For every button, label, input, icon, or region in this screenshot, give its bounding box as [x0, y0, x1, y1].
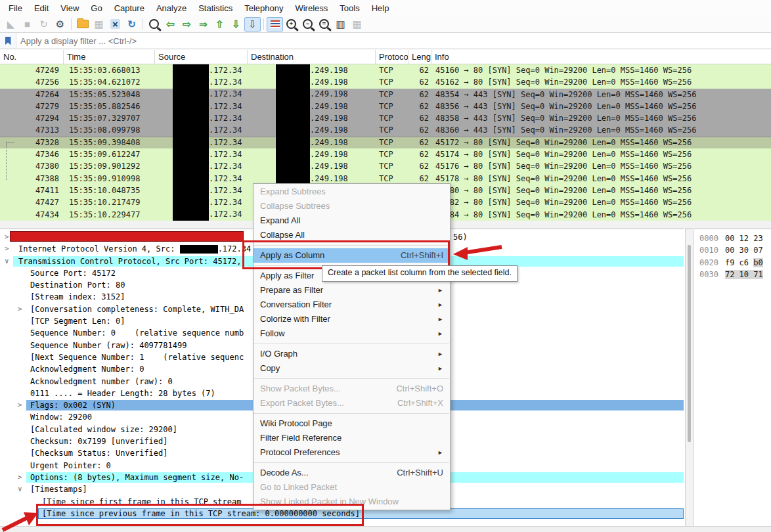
menu-file[interactable]: File: [3, 1, 28, 15]
expand-arrow-icon[interactable]: >: [5, 231, 9, 243]
ip-redaction: [180, 245, 218, 254]
detail-scrollbar[interactable]: [685, 229, 693, 526]
menu-item-protocol-preferences[interactable]: Protocol Preferences►: [253, 445, 450, 460]
start-capture-button[interactable]: ◣: [3, 17, 19, 32]
detail-scrollbar-thumb[interactable]: [688, 245, 691, 442]
go-to-packet-button[interactable]: ⇒: [195, 17, 211, 32]
go-to-bottom-button[interactable]: ⇩: [228, 17, 244, 32]
collapse-arrow-icon[interactable]: ∨: [5, 255, 9, 267]
expand-arrow-icon[interactable]: >: [18, 303, 22, 315]
menu-item-i-o-graph[interactable]: I/O Graph►: [253, 347, 450, 361]
menu-item-copy[interactable]: Copy►: [253, 361, 450, 376]
colorize-packets-button[interactable]: [267, 17, 283, 32]
stop-capture-icon: ■: [24, 18, 30, 30]
menu-edit[interactable]: Edit: [28, 1, 55, 15]
packet-row-47346[interactable]: 4734615:35:09.612247.172.34.249.198TCP62…: [0, 148, 771, 160]
collapse-arrow-icon[interactable]: ∨: [18, 483, 22, 495]
go-forward-button[interactable]: ⇨: [179, 17, 195, 32]
menu-item-follow[interactable]: Follow►: [253, 326, 450, 341]
menu-item-colorize-with-filter[interactable]: Colorize with Filter►: [253, 312, 450, 326]
context-menu: Expand SubtreesCollapse SubtreesExpand A…: [253, 183, 451, 510]
menu-item-conversation-filter[interactable]: Conversation Filter►: [253, 298, 450, 312]
expand-arrow-icon[interactable]: >: [18, 399, 22, 411]
reload-capture-file-button[interactable]: ↻: [123, 17, 140, 32]
column-header-no[interactable]: No.: [0, 50, 64, 64]
column-header-info[interactable]: Info: [431, 50, 771, 64]
find-packet-button[interactable]: [146, 17, 162, 32]
packet-bytes-pane: 000000 12 23001000 30 070020f9 c6 b00030…: [694, 229, 771, 526]
menu-help[interactable]: Help: [366, 1, 395, 15]
restart-capture-button[interactable]: ↻: [35, 17, 52, 32]
menu-telephony[interactable]: Telephony: [238, 1, 289, 15]
wireshark-window: FileEditViewGoCaptureAnalyzeStatisticsTe…: [0, 0, 771, 532]
source-redaction: [173, 185, 209, 196]
menu-item-filter-field-reference[interactable]: Filter Field Reference: [253, 431, 450, 445]
resize-columns-button[interactable]: ▥: [332, 17, 349, 32]
capture-options-button[interactable]: ⚙: [52, 17, 68, 32]
filter-bookmark-button[interactable]: [0, 33, 16, 49]
menu-item-decode-as[interactable]: Decode As...Ctrl+Shift+U: [253, 466, 450, 480]
reload-capture-file-icon: ↻: [127, 18, 136, 30]
column-header-source[interactable]: Source: [155, 50, 248, 64]
packet-row-47279[interactable]: 4727915:35:05.882546.172.34.249.198TCP62…: [0, 100, 771, 112]
zoom-reset-button[interactable]: =: [316, 17, 332, 32]
expand-arrow-icon[interactable]: >: [5, 243, 9, 255]
packet-row-47264[interactable]: 4726415:35:05.523048.172.34.249.198TCP62…: [0, 89, 771, 100]
menu-tools[interactable]: Tools: [334, 1, 365, 15]
menu-view[interactable]: View: [55, 1, 85, 15]
save-capture-file-icon: ▦: [94, 18, 103, 30]
zoom-in-button[interactable]: +: [283, 17, 299, 32]
hex-row-0000[interactable]: 000000 12 23: [694, 233, 771, 244]
menu-statistics[interactable]: Statistics: [192, 1, 238, 15]
submenu-arrow-icon: ►: [437, 298, 443, 312]
menu-go[interactable]: Go: [85, 1, 108, 15]
packet-row-47294[interactable]: 4729415:35:07.329707.172.34.249.198TCP62…: [0, 112, 771, 124]
zoom-out-icon: −: [303, 19, 313, 29]
hex-row-0020[interactable]: 0020f9 c6 b0: [694, 257, 771, 269]
menu-capture[interactable]: Capture: [108, 1, 150, 15]
close-capture-file-button[interactable]: ×: [107, 17, 123, 32]
hex-row-0030[interactable]: 003072 10 71: [694, 269, 771, 280]
menu-wireless[interactable]: Wireless: [289, 1, 334, 15]
menu-item-show-packet-bytes: Show Packet Bytes...Ctrl+Shift+O: [253, 382, 450, 396]
zoom-in-icon: +: [286, 19, 296, 29]
source-redaction: [173, 125, 209, 137]
go-back-button[interactable]: ⇦: [162, 17, 179, 32]
submenu-arrow-icon: ►: [437, 283, 443, 298]
auto-scroll-icon: ⇩: [248, 18, 257, 30]
menu-analyze[interactable]: Analyze: [150, 1, 192, 15]
column-header-length[interactable]: Length: [408, 50, 431, 64]
menu-item-export-packet-bytes: Export Packet Bytes...Ctrl+Shift+X: [253, 396, 450, 410]
fit-columns-icon: ▦: [352, 18, 361, 30]
go-to-top-button[interactable]: ⇧: [211, 17, 228, 32]
open-capture-file-button[interactable]: [74, 17, 91, 32]
menu-item-prepare-as-filter[interactable]: Prepare as Filter►: [253, 283, 450, 298]
expand-arrow-icon[interactable]: >: [18, 472, 22, 483]
start-capture-icon: ◣: [7, 18, 15, 30]
packet-row-47256[interactable]: 4725615:35:04.621072.172.34.249.198TCP62…: [0, 76, 771, 88]
auto-scroll-button[interactable]: ⇩: [244, 17, 261, 32]
fit-columns-button[interactable]: ▦: [349, 17, 365, 32]
stop-capture-button[interactable]: ■: [19, 17, 35, 32]
destination-redaction: [276, 125, 310, 137]
hex-row-0010[interactable]: 001000 30 07: [694, 244, 771, 256]
zoom-reset-icon: =: [319, 19, 329, 29]
menu-item-go-to-linked-packet: Go to Linked Packet: [253, 480, 450, 495]
menu-item-wiki-protocol-page[interactable]: Wiki Protocol Page: [253, 416, 450, 431]
save-capture-file-button[interactable]: ▦: [91, 17, 107, 32]
packet-row-47249[interactable]: 4724915:35:03.668013.172.34.249.198TCP62…: [0, 64, 771, 76]
menu-item-collapse-subtrees: Collapse Subtrees: [253, 199, 450, 213]
column-header-protocol[interactable]: Protocol: [376, 50, 408, 64]
packet-row-47328[interactable]: 4732815:35:09.398408.172.34.249.198TCP62…: [0, 137, 771, 148]
column-header-time[interactable]: Time: [64, 50, 155, 64]
menu-item-expand-all[interactable]: Expand All: [253, 213, 450, 228]
menu-separator: [254, 462, 449, 463]
packet-row-47380[interactable]: 4738015:35:09.901292.172.34.249.198TCP62…: [0, 160, 771, 172]
column-header-destination[interactable]: Destination: [248, 50, 376, 64]
capture-options-icon: ⚙: [56, 18, 64, 30]
display-filter-input[interactable]: [16, 35, 771, 47]
toolbar-separator: [143, 18, 143, 30]
zoom-out-button[interactable]: −: [299, 17, 316, 32]
submenu-arrow-icon: ►: [437, 312, 443, 326]
packet-row-47313[interactable]: 4731315:35:08.099798.172.34.249.198TCP62…: [0, 124, 771, 136]
